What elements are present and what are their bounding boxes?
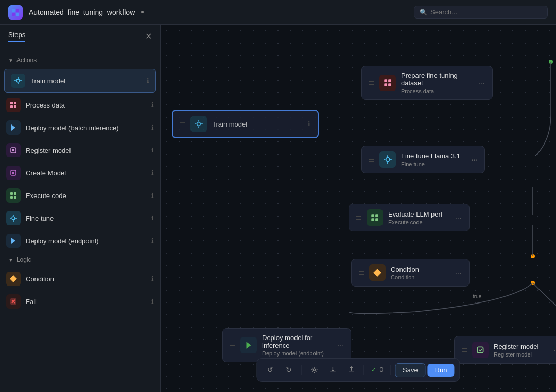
- node-subtitle-prepare: Process data: [401, 88, 474, 94]
- svg-rect-2: [12, 13, 15, 16]
- toolbar-divider-3: [390, 365, 391, 375]
- node-icon-evaluate: [367, 209, 383, 226]
- step-item-execute-code[interactable]: Execute code ℹ: [0, 184, 160, 207]
- node-menu-condition[interactable]: ···: [456, 269, 462, 277]
- node-info-register: Register model Register model: [494, 343, 548, 358]
- node-icon-deploy: [240, 337, 257, 353]
- step-info-execute-code[interactable]: ℹ: [151, 192, 154, 199]
- svg-point-34: [531, 254, 535, 258]
- svg-rect-56: [375, 214, 378, 217]
- node-menu-evaluate[interactable]: ···: [456, 213, 462, 222]
- node-icon-condition: [369, 264, 386, 281]
- canvas[interactable]: true false: [161, 25, 556, 392]
- drag-handle-register[interactable]: [462, 348, 467, 352]
- step-info-fine-tune[interactable]: ℹ: [151, 215, 154, 222]
- step-icon-process-data: [6, 98, 21, 112]
- undo-button[interactable]: ↺: [262, 362, 279, 378]
- step-item-create-model[interactable]: Create Model ℹ: [0, 162, 160, 184]
- step-info-register-model[interactable]: ℹ: [151, 147, 154, 154]
- download-button[interactable]: [324, 362, 341, 378]
- svg-marker-59: [373, 269, 381, 277]
- drag-handle-fine-tune[interactable]: [369, 158, 374, 162]
- step-info-deploy-batch[interactable]: ℹ: [151, 124, 154, 131]
- section-chevron-logic: ▼: [8, 257, 13, 263]
- node-deploy-inference[interactable]: Deploy model for inference Deploy model …: [222, 328, 351, 362]
- node-info-condition: Condition Condition: [391, 265, 450, 280]
- node-menu-prepare[interactable]: ···: [479, 79, 485, 87]
- node-prepare-dataset[interactable]: Prepare fine tuning dataset Process data…: [361, 66, 493, 100]
- node-info-train-ghost: Train model: [212, 120, 303, 128]
- search-bar[interactable]: 🔍: [414, 6, 548, 19]
- svg-marker-27: [11, 238, 15, 244]
- upload-button[interactable]: [343, 362, 359, 378]
- step-item-fine-tune[interactable]: Fine tune ℹ: [0, 207, 160, 229]
- svg-rect-46: [384, 79, 387, 82]
- node-title-deploy: Deploy model for inference: [262, 334, 332, 349]
- step-icon-train-model: [11, 74, 25, 88]
- step-label-register-model: Register model: [26, 147, 146, 154]
- main-layout: Steps ✕ ▼ Actions: [0, 25, 556, 392]
- section-label-actions: Actions: [16, 57, 37, 64]
- node-info-prepare: Prepare fine tuning dataset Process data: [401, 72, 474, 94]
- node-title-fine-tune: Fine tune Llama 3.1: [401, 152, 466, 160]
- search-input[interactable]: [430, 8, 542, 16]
- workflow-title: Automated_fine_tuning_workflow: [29, 8, 135, 16]
- step-item-register-model[interactable]: Register model ℹ: [0, 139, 160, 162]
- workflow-dot: [141, 11, 144, 13]
- section-logic[interactable]: ▼ Logic: [0, 252, 160, 268]
- sidebar-close-button[interactable]: ✕: [145, 31, 152, 41]
- step-info-train-model[interactable]: ℹ: [147, 77, 149, 84]
- step-label-create-model: Create Model: [26, 169, 146, 177]
- svg-marker-13: [11, 124, 15, 131]
- step-item-process-data[interactable]: Process data ℹ: [0, 94, 160, 116]
- svg-rect-61: [477, 347, 483, 352]
- step-item-train-model[interactable]: Train model ℹ: [4, 69, 156, 93]
- node-register-model[interactable]: Register model Register model ···: [454, 336, 556, 364]
- drag-handle[interactable]: [180, 122, 185, 126]
- svg-point-4: [16, 79, 20, 82]
- svg-point-22: [12, 217, 15, 220]
- svg-rect-47: [388, 79, 391, 82]
- step-item-condition[interactable]: Condition ℹ: [0, 268, 160, 290]
- svg-rect-0: [12, 9, 15, 12]
- node-info-icon-train-ghost[interactable]: ℹ: [308, 120, 310, 128]
- step-item-fail[interactable]: Fail ℹ: [0, 290, 160, 313]
- step-item-deploy-endpoint[interactable]: Deploy model (endpoint) ℹ: [0, 229, 160, 252]
- step-label-fail: Fail: [26, 298, 146, 306]
- save-button[interactable]: Save: [395, 363, 426, 377]
- step-item-deploy-batch[interactable]: Deploy model (batch inference) ℹ: [0, 116, 160, 139]
- tab-steps[interactable]: Steps: [8, 31, 25, 42]
- run-button[interactable]: Run: [428, 364, 455, 377]
- svg-rect-10: [14, 102, 16, 104]
- step-info-process-data[interactable]: ℹ: [151, 101, 154, 109]
- node-subtitle-evaluate: Execute code: [388, 219, 450, 225]
- svg-rect-58: [375, 218, 378, 221]
- node-menu-deploy[interactable]: ···: [337, 341, 343, 349]
- step-info-fail[interactable]: ℹ: [151, 298, 154, 305]
- step-label-execute-code: Execute code: [26, 192, 146, 200]
- step-info-create-model[interactable]: ℹ: [151, 169, 154, 176]
- node-condition[interactable]: Condition Condition ···: [351, 259, 470, 287]
- svg-rect-19: [14, 192, 16, 195]
- section-actions[interactable]: ▼ Actions: [0, 52, 160, 68]
- step-info-condition[interactable]: ℹ: [151, 275, 154, 282]
- drag-handle-evaluate[interactable]: [356, 216, 361, 220]
- node-train-model-ghost[interactable]: Train model ℹ: [172, 110, 319, 138]
- drag-handle-condition[interactable]: [359, 271, 364, 275]
- node-subtitle-condition: Condition: [391, 274, 450, 280]
- node-menu-fine-tune[interactable]: ···: [471, 155, 477, 164]
- step-info-deploy-endpoint[interactable]: ℹ: [151, 237, 154, 244]
- settings-button[interactable]: [306, 362, 322, 378]
- redo-button[interactable]: ↻: [281, 362, 297, 378]
- drag-handle-prepare[interactable]: [369, 81, 374, 85]
- section-chevron-actions: ▼: [8, 58, 13, 63]
- svg-rect-55: [371, 214, 374, 217]
- svg-rect-11: [10, 105, 13, 108]
- node-title-register: Register model: [494, 343, 548, 350]
- node-evaluate-llm[interactable]: Evaluate LLM perf Execute code ···: [349, 204, 470, 231]
- node-fine-tune-llama[interactable]: Fine tune Llama 3.1 Fine tune ···: [361, 146, 485, 173]
- drag-handle-deploy[interactable]: [230, 344, 235, 347]
- node-menu-register[interactable]: ···: [553, 346, 556, 354]
- node-title-prepare: Prepare fine tuning dataset: [401, 72, 474, 87]
- svg-rect-15: [12, 149, 14, 151]
